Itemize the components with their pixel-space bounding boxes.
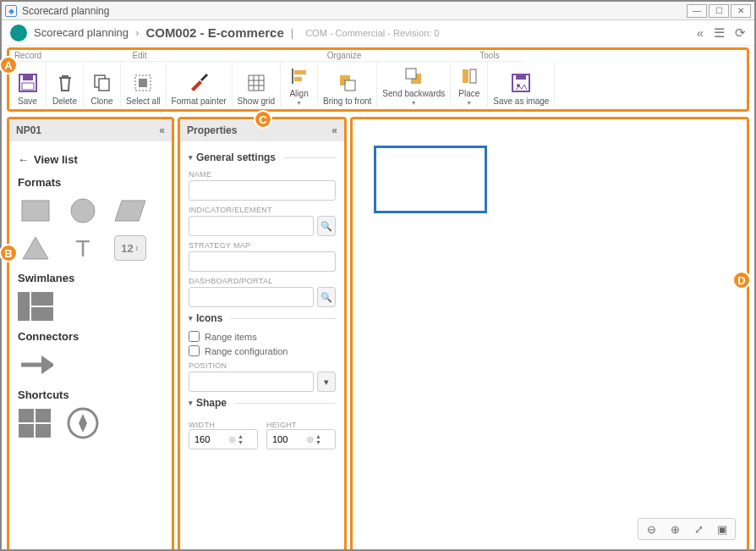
spin-down-icon[interactable]: ▼	[238, 439, 244, 445]
svg-marker-28	[41, 355, 53, 374]
send-back-button[interactable]: Send backwards ▼	[377, 62, 451, 107]
save-image-icon	[509, 71, 533, 95]
bring-front-button[interactable]: Bring to front	[318, 62, 377, 107]
clone-button[interactable]: Clone	[84, 62, 121, 107]
format-painter-button[interactable]: Format painter	[167, 62, 233, 107]
group-general[interactable]: General settings	[189, 152, 336, 163]
select-all-button[interactable]: Select all	[121, 62, 167, 107]
shapes-panel: NP01 « ← View list Formats T 12⫾ Swimlan…	[7, 117, 174, 551]
spin-up-icon[interactable]: ▲	[315, 433, 321, 439]
shape-circle[interactable]	[65, 196, 101, 226]
position-label: POSITION	[189, 361, 336, 370]
minimize-button[interactable]: —	[687, 4, 707, 18]
zoom-in-button[interactable]: ⊕	[664, 521, 686, 537]
section-swimlanes: Swimlanes	[18, 272, 163, 284]
list-icon[interactable]: ☰	[714, 25, 725, 41]
shape-parallelogram[interactable]	[112, 196, 148, 226]
maximize-button[interactable]: ☐	[709, 4, 729, 18]
section-shortcuts: Shortcuts	[18, 388, 163, 401]
svg-point-20	[71, 199, 95, 223]
strategy-input[interactable]	[189, 251, 336, 272]
app-icon: ◆	[5, 5, 17, 17]
svg-rect-17	[516, 74, 526, 80]
image-view-button[interactable]: ▣	[711, 521, 733, 537]
height-stepper[interactable]: ⊗ ▲▼	[266, 429, 336, 449]
breadcrumb-current: COM002 - E-commerce	[145, 25, 283, 40]
toolbar: Record Edit Organize Tools Save Delete C…	[7, 47, 749, 112]
view-list-button[interactable]: ← View list	[18, 153, 163, 166]
indicator-search-button[interactable]: 🔍	[317, 216, 336, 236]
range-items-checkbox[interactable]: Range items	[189, 331, 336, 342]
shape-triangle[interactable]	[18, 233, 53, 263]
zoom-out-button[interactable]: ⊖	[640, 521, 662, 537]
select-all-icon	[131, 71, 155, 95]
spin-up-icon[interactable]: ▲	[238, 433, 244, 439]
chevron-right-icon: ›	[135, 26, 139, 39]
position-dropdown-button[interactable]: ▾	[317, 372, 336, 392]
bring-front-icon	[336, 71, 359, 95]
brush-icon	[187, 71, 211, 95]
search-icon: 🔍	[320, 292, 332, 303]
canvas[interactable]: ⊖ ⊕ ⤢ ▣	[355, 122, 744, 547]
callout-b: B	[0, 244, 18, 262]
breadcrumb: Scorecard planning › COM002 - E-commerce…	[2, 20, 754, 46]
svg-rect-25	[31, 292, 53, 306]
group-edit: Edit	[47, 50, 233, 62]
clone-icon	[90, 71, 114, 95]
svg-rect-11	[345, 80, 355, 91]
collapse-props-icon[interactable]: «	[331, 124, 337, 136]
delete-button[interactable]: Delete	[47, 62, 84, 107]
window-title: Scorecard planning	[22, 5, 109, 17]
align-button[interactable]: Align ▼	[281, 62, 318, 107]
svg-rect-14	[463, 69, 468, 83]
svg-rect-32	[36, 424, 51, 438]
search-icon: 🔍	[320, 221, 332, 232]
close-button[interactable]: ✕	[731, 4, 751, 18]
grid-icon	[244, 71, 268, 95]
connector-arrow[interactable]	[18, 350, 53, 380]
left-panel-title: NP01	[16, 124, 41, 136]
breadcrumb-root[interactable]: Scorecard planning	[34, 26, 129, 39]
callout-a: A	[0, 56, 18, 74]
save-image-button[interactable]: Save as image	[488, 62, 555, 107]
fit-screen-button[interactable]: ⤢	[688, 521, 709, 537]
clear-icon[interactable]: ⊗	[306, 434, 314, 445]
svg-rect-30	[36, 409, 51, 422]
indicator-input[interactable]	[189, 216, 314, 236]
swimlane-shape[interactable]	[18, 291, 53, 322]
title-bar: ◆ Scorecard planning — ☐ ✕	[2, 2, 754, 20]
shape-kpi-badge[interactable]: 12⫾	[112, 233, 148, 263]
shape-text[interactable]: T	[65, 233, 101, 263]
dashboard-search-button[interactable]: 🔍	[317, 287, 336, 307]
height-label: HEIGHT	[266, 421, 336, 429]
dashboard-label: DASHBOARD/PORTAL	[189, 277, 336, 285]
height-input[interactable]	[272, 434, 306, 444]
svg-rect-6	[139, 79, 147, 87]
section-connectors: Connectors	[18, 330, 163, 343]
group-icons[interactable]: Icons	[189, 312, 336, 324]
trash-icon	[53, 71, 77, 95]
svg-rect-13	[406, 69, 416, 79]
dashboard-input[interactable]	[189, 287, 314, 307]
group-shape[interactable]: Shape	[189, 397, 336, 409]
width-stepper[interactable]: ⊗ ▲▼	[189, 429, 258, 449]
arrow-left-icon: ←	[18, 153, 29, 166]
clear-icon[interactable]: ⊗	[228, 434, 236, 445]
width-input[interactable]	[194, 434, 228, 444]
collapse-left-icon[interactable]: «	[159, 124, 165, 136]
name-input[interactable]	[189, 180, 336, 201]
shape-rectangle[interactable]	[18, 196, 53, 226]
shortcut-compass[interactable]	[65, 408, 101, 438]
image-icon: ▣	[717, 523, 727, 536]
spin-down-icon[interactable]: ▼	[315, 439, 321, 445]
svg-marker-22	[23, 237, 48, 259]
range-config-checkbox[interactable]: Range configuration	[189, 345, 336, 356]
show-grid-button[interactable]: Show grid	[233, 62, 281, 107]
selected-rectangle-shape[interactable]	[374, 146, 487, 213]
refresh-icon[interactable]: ⟳	[735, 25, 746, 41]
zoom-in-icon: ⊕	[671, 523, 680, 536]
place-button[interactable]: Place ▼	[451, 62, 488, 107]
position-select[interactable]	[189, 372, 314, 392]
expand-up-icon[interactable]: «	[697, 25, 704, 41]
shortcut-grid[interactable]	[18, 408, 53, 438]
